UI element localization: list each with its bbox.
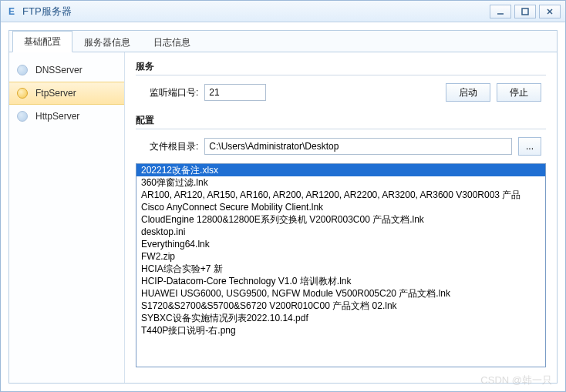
service-group-title: 服务 <box>136 60 546 75</box>
port-label: 监听端口号: <box>150 86 198 99</box>
browse-button[interactable]: ... <box>518 137 541 156</box>
radio-icon <box>17 111 28 122</box>
file-list-item[interactable]: HCIP-Datacom-Core Technology V1.0 培训教材.l… <box>136 275 545 287</box>
file-list-item[interactable]: Everything64.lnk <box>136 238 545 250</box>
file-list-item[interactable]: SYBXC设备实施情况列表2022.10.14.pdf <box>136 312 545 324</box>
start-button[interactable]: 启动 <box>446 83 490 102</box>
file-list-item[interactable]: T440P接口说明-右.png <box>136 324 545 337</box>
minimize-button[interactable] <box>490 5 511 18</box>
file-list-item[interactable]: FW2.zip <box>136 250 545 263</box>
file-list-item[interactable]: Cisco AnyConnect Secure Mobility Client.… <box>136 201 545 213</box>
root-path-label: 文件根目录: <box>150 140 198 153</box>
port-input[interactable] <box>204 84 266 101</box>
main-content: 服务 监听端口号: 启动 停止 配置 文件根目录: ... <box>125 52 557 383</box>
file-list-item[interactable]: CloudEngine 12800&12800E系列交换机 V200R003C0… <box>136 213 545 226</box>
sidebar-item-label: HttpServer <box>35 111 79 122</box>
service-group: 服务 监听端口号: 启动 停止 <box>136 60 546 106</box>
file-list-item[interactable]: desktop.ini <box>136 226 545 238</box>
server-type-sidebar: DNSServer FtpServer HttpServer <box>9 52 125 383</box>
file-list-item[interactable]: HCIA综合实验+7 新 <box>136 263 545 275</box>
file-list-item[interactable]: 360弹窗过滤.lnk <box>136 176 545 189</box>
file-listbox[interactable]: 202212改备注.xlsx360弹窗过滤.lnkAR100, AR120, A… <box>136 164 545 367</box>
file-list-item[interactable]: AR100, AR120, AR150, AR160, AR200, AR120… <box>136 189 545 201</box>
tab-bar: 基础配置 服务器信息 日志信息 <box>9 31 557 52</box>
root-path-input[interactable] <box>204 138 512 155</box>
tab-server-info[interactable]: 服务器信息 <box>72 32 142 52</box>
file-list-container: 202212改备注.xlsx360弹窗过滤.lnkAR100, AR120, A… <box>136 163 546 367</box>
app-icon: E <box>5 5 18 18</box>
close-button[interactable] <box>539 5 561 18</box>
config-group-title: 配置 <box>136 114 546 129</box>
config-group: 配置 文件根目录: ... 202212改备注.xlsx360弹窗过滤.lnkA… <box>136 114 546 367</box>
sidebar-item-ftpserver[interactable]: FtpServer <box>9 82 124 105</box>
radio-icon <box>17 65 28 75</box>
sidebar-item-label: FtpServer <box>35 88 76 99</box>
sidebar-item-label: DNSServer <box>35 65 83 75</box>
tab-basic-config[interactable]: 基础配置 <box>12 31 72 52</box>
maximize-button[interactable] <box>514 5 536 18</box>
svg-rect-1 <box>522 8 528 15</box>
sidebar-item-dnsserver[interactable]: DNSServer <box>9 59 124 82</box>
file-list-item[interactable]: HUAWEI USG6000, USG9500, NGFW Module V50… <box>136 287 545 300</box>
file-list-item[interactable]: S1720&S2700&S5700&S6720 V200R010C00 产品文档… <box>136 300 545 312</box>
sidebar-item-httpserver[interactable]: HttpServer <box>9 105 124 128</box>
title-bar: E FTP服务器 <box>1 1 565 22</box>
radio-icon <box>17 88 28 99</box>
stop-button[interactable]: 停止 <box>497 83 541 102</box>
file-list-item[interactable]: 202212改备注.xlsx <box>136 164 545 176</box>
tab-log-info[interactable]: 日志信息 <box>142 32 202 52</box>
window-title: FTP服务器 <box>22 5 487 18</box>
